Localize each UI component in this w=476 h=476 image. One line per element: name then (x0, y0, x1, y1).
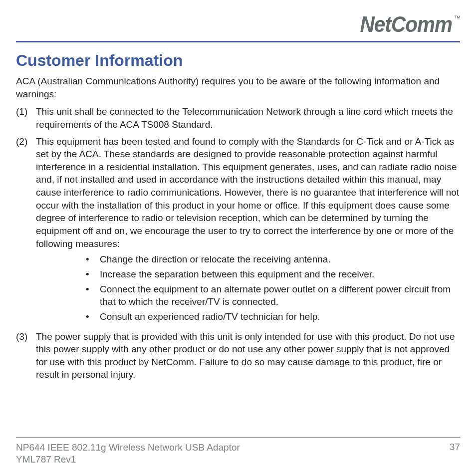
brand-name: NetComm (360, 12, 453, 37)
item-body: This equipment has been tested and found… (36, 135, 460, 326)
header-rule (16, 41, 460, 42)
bullet-item: •Consult an experienced radio/TV technic… (86, 310, 460, 323)
item-number: (3) (16, 330, 36, 382)
item-text: The power supply that is provided with t… (36, 330, 460, 382)
trademark-symbol: ™ (454, 14, 460, 22)
product-name: NP644 IEEE 802.11g Wireless Network USB … (16, 442, 240, 454)
bullet-icon: • (86, 283, 100, 308)
footer-rule (16, 437, 460, 438)
page-title: Customer Information (16, 51, 460, 70)
list-item: (1) This unit shall be connected to the … (16, 105, 460, 131)
bullet-icon: • (86, 253, 100, 266)
brand-logo: NetComm ™ (360, 12, 460, 37)
item-text: This unit shall be connected to the Tele… (36, 105, 460, 131)
bullet-icon: • (86, 310, 100, 323)
item-number: (2) (16, 135, 36, 326)
bullet-icon: • (86, 268, 100, 281)
bullet-item: •Connect the equipment to an alternate p… (86, 283, 460, 308)
page-number: 37 (450, 442, 460, 453)
item-number: (1) (16, 105, 36, 131)
revision-code: YML787 Rev1 (16, 454, 240, 466)
intro-paragraph: ACA (Australian Communications Authority… (16, 75, 460, 100)
bullet-text: Consult an experienced radio/TV technici… (100, 310, 320, 323)
item-text: This equipment has been tested and found… (36, 136, 459, 249)
spacer (16, 385, 460, 437)
bullet-text: Increase the separation between this equ… (100, 268, 374, 281)
page-footer: NP644 IEEE 802.11g Wireless Network USB … (16, 442, 460, 466)
document-page: NetComm ™ Customer Information ACA (Aust… (0, 0, 476, 476)
footer-product-info: NP644 IEEE 802.11g Wireless Network USB … (16, 442, 240, 466)
measures-list: •Change the direction or relocate the re… (86, 253, 460, 323)
bullet-item: •Increase the separation between this eq… (86, 268, 460, 281)
warnings-list: (1) This unit shall be connected to the … (16, 105, 460, 385)
bullet-text: Change the direction or relocate the rec… (100, 253, 331, 266)
list-item: (2) This equipment has been tested and f… (16, 135, 460, 326)
bullet-item: •Change the direction or relocate the re… (86, 253, 460, 266)
bullet-text: Connect the equipment to an alternate po… (100, 283, 460, 308)
list-item: (3) The power supply that is provided wi… (16, 330, 460, 382)
page-header: NetComm ™ (16, 12, 460, 41)
